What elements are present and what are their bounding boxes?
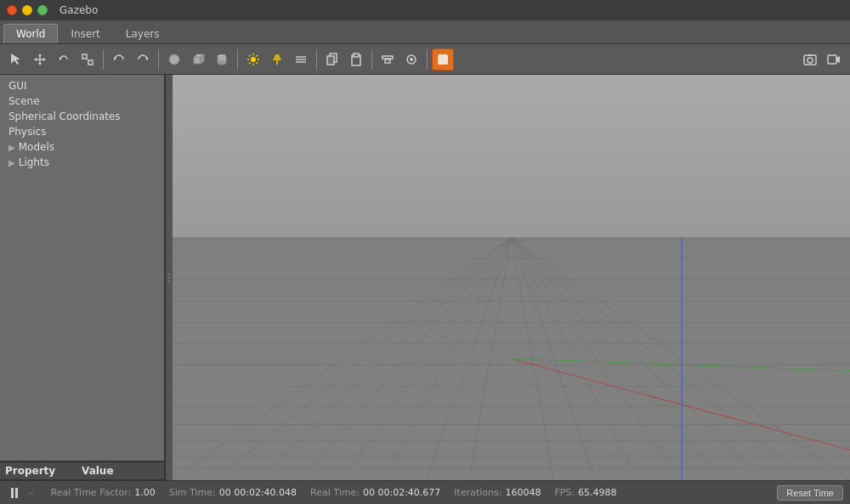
iterations-value: 160048 [505, 487, 541, 498]
svg-line-30 [249, 62, 251, 64]
fps-value: 65.4988 [578, 487, 617, 498]
svg-point-21 [218, 61, 226, 65]
record-button[interactable] [823, 48, 845, 71]
ground-plane [173, 237, 850, 480]
toolbar-separator-5 [371, 49, 372, 70]
svg-point-22 [251, 57, 256, 62]
svg-rect-37 [327, 56, 334, 65]
tabs-row: World Insert Layers [0, 20, 850, 44]
tab-world[interactable]: World [3, 24, 58, 43]
tree-item-gui[interactable]: GUI [0, 78, 164, 93]
svg-line-75 [427, 237, 512, 480]
reset-time-button[interactable]: Reset Time [777, 485, 843, 501]
redo-button[interactable] [132, 48, 154, 71]
svg-line-71 [342, 237, 511, 480]
svg-rect-39 [354, 54, 359, 57]
3d-viewport[interactable] [173, 75, 850, 480]
box-button[interactable] [187, 48, 209, 71]
spot-light-button[interactable] [266, 48, 288, 71]
lights-arrow-icon: ▶ [8, 158, 15, 167]
tree-item-models[interactable]: ▶ Models [0, 139, 164, 155]
titlebar: Gazebo [0, 0, 850, 20]
tree-item-spherical-coordinates[interactable]: Spherical Coordinates [0, 109, 164, 124]
statusbar: – Real Time Factor: 1.00 Sim Time: 00 00… [0, 480, 850, 504]
sim-time-item: Sim Time: 00 00:02:40.048 [169, 487, 297, 498]
real-time-factor-item: Real Time Factor: 1.00 [51, 487, 156, 498]
svg-marker-5 [34, 58, 37, 61]
select-mode-button[interactable] [5, 48, 27, 71]
svg-line-69 [299, 237, 511, 480]
svg-rect-8 [82, 54, 87, 59]
tab-layers[interactable]: Layers [113, 24, 173, 43]
rotate-mode-button[interactable] [53, 48, 75, 71]
svg-rect-40 [382, 56, 393, 59]
svg-rect-41 [385, 59, 390, 63]
svg-point-46 [808, 58, 813, 63]
toolbar [0, 44, 850, 75]
minimize-button[interactable] [22, 5, 32, 15]
svg-marker-3 [38, 54, 42, 56]
svg-line-27 [249, 55, 251, 57]
svg-line-66 [512, 237, 808, 480]
snap-button[interactable] [400, 48, 422, 71]
toolbar-separator-2 [158, 49, 159, 70]
svg-point-43 [410, 58, 413, 61]
undo-button[interactable] [108, 48, 130, 71]
main-layout: World Insert Layers [0, 20, 850, 504]
svg-rect-44 [438, 54, 448, 65]
tree-item-scene[interactable]: Scene [0, 93, 164, 109]
step-dot: – [29, 487, 34, 498]
paste-button[interactable] [345, 48, 367, 71]
sphere-button[interactable] [163, 48, 185, 71]
panel-resize-handle[interactable] [166, 75, 173, 480]
property-col-header: Property [0, 462, 76, 479]
real-time-item: Real Time: 00 00:02:40.677 [310, 487, 440, 498]
svg-rect-48 [828, 55, 836, 64]
iterations-label: Iterations: [454, 487, 502, 498]
svg-line-76 [512, 237, 597, 480]
svg-line-68 [512, 237, 766, 480]
property-table: Property Value [0, 461, 164, 480]
svg-line-67 [258, 237, 512, 480]
cylinder-button[interactable] [211, 48, 233, 71]
toolbar-separator-6 [427, 49, 428, 70]
pause-button[interactable] [7, 485, 22, 501]
close-button[interactable] [7, 5, 17, 15]
resize-dots [168, 274, 170, 282]
svg-line-28 [257, 62, 258, 64]
vertical-axis-line [681, 237, 682, 480]
svg-rect-9 [88, 60, 93, 65]
maximize-button[interactable] [37, 5, 48, 15]
real-time-factor-value: 1.00 [134, 487, 156, 498]
iterations-item: Iterations: 160048 [454, 487, 541, 498]
align-button[interactable] [377, 48, 399, 71]
real-time-factor-label: Real Time Factor: [51, 487, 132, 498]
svg-line-10 [87, 59, 88, 60]
copy-button[interactable] [321, 48, 343, 71]
real-time-value: 00 00:02:40.677 [363, 487, 440, 498]
svg-line-77 [469, 237, 512, 480]
svg-marker-4 [38, 63, 42, 65]
tree-item-lights[interactable]: ▶ Lights [0, 155, 164, 170]
tree-item-physics[interactable]: Physics [0, 124, 164, 139]
svg-marker-0 [11, 54, 20, 65]
toggle-button[interactable] [432, 48, 454, 71]
screenshot-button[interactable] [799, 48, 821, 71]
tab-insert[interactable]: Insert [58, 24, 112, 43]
translate-mode-button[interactable] [29, 48, 51, 71]
toolbar-separator-1 [103, 49, 104, 70]
svg-line-73 [384, 237, 511, 480]
toolbar-separator-3 [237, 49, 238, 70]
sim-time-label: Sim Time: [169, 487, 216, 498]
svg-line-72 [512, 237, 681, 480]
svg-line-65 [215, 237, 512, 480]
real-time-label: Real Time: [310, 487, 360, 498]
pause-control[interactable]: – [7, 485, 37, 501]
svg-line-70 [512, 237, 723, 480]
directional-light-button[interactable] [290, 48, 312, 71]
pause-icon [11, 488, 18, 498]
svg-point-13 [169, 54, 179, 65]
world-tree: GUI Scene Spherical Coordinates Physics … [0, 75, 164, 461]
point-light-button[interactable] [242, 48, 264, 71]
scale-mode-button[interactable] [76, 48, 99, 71]
